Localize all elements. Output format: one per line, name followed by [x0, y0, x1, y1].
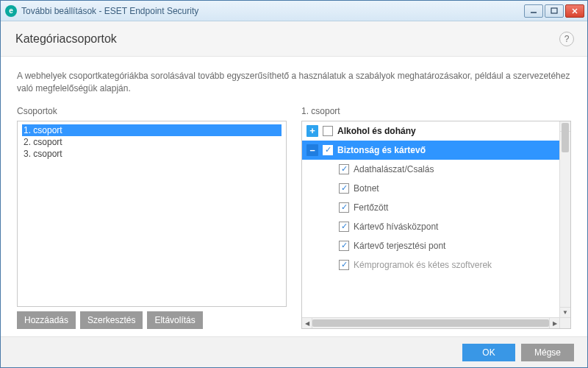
- category-label: Fertőzött: [354, 202, 388, 213]
- tree-content: +Alkohol és dohány–✓Biztonság és kártevő…: [302, 121, 559, 317]
- scroll-right-icon[interactable]: ▶: [549, 318, 559, 328]
- columns: Csoportok 1. csoport2. csoport3. csoport…: [17, 106, 571, 329]
- window-controls: [524, 4, 584, 18]
- category-parent-row[interactable]: –✓Biztonság és kártevő: [302, 141, 559, 160]
- expand-icon[interactable]: +: [306, 125, 318, 137]
- vertical-scroll-thumb[interactable]: [562, 123, 569, 152]
- minimize-button[interactable]: [524, 4, 543, 18]
- group-item[interactable]: 1. csoport: [22, 124, 282, 136]
- edit-button[interactable]: Szerkesztés: [80, 311, 143, 329]
- groups-column: Csoportok 1. csoport2. csoport3. csoport…: [17, 106, 287, 329]
- maximize-button[interactable]: [545, 4, 564, 18]
- category-label: Kártevő terjesztési pont: [354, 241, 445, 251]
- tree-scroll-area: +Alkohol és dohány–✓Biztonság és kártevő…: [302, 121, 570, 328]
- window: e További beállítások - ESET Endpoint Se…: [0, 0, 588, 368]
- header: Kategóriacsoportok ?: [1, 21, 587, 57]
- categories-treebox: +Alkohol és dohány–✓Biztonság és kártevő…: [301, 121, 571, 329]
- collapse-icon[interactable]: –: [306, 144, 318, 156]
- horizontal-scroll-thumb[interactable]: [312, 319, 549, 327]
- close-icon: [571, 7, 578, 15]
- checkbox[interactable]: ✓: [339, 260, 349, 270]
- close-button[interactable]: [565, 4, 584, 18]
- help-button[interactable]: ?: [559, 32, 574, 46]
- category-label: Biztonság és kártevő: [337, 145, 426, 155]
- category-child-row[interactable]: ✓Kémprogramok és kétes szoftverek: [302, 255, 559, 275]
- group-item[interactable]: 3. csoport: [22, 148, 282, 160]
- category-child-row[interactable]: ✓Adathalászat/Csalás: [302, 160, 559, 179]
- groups-button-row: Hozzáadás Szerkesztés Eltávolítás: [17, 311, 287, 329]
- category-child-row[interactable]: ✓Kártevő hívásközpont: [302, 217, 559, 236]
- footer: OK Mégse: [1, 336, 587, 367]
- category-label: Botnet: [354, 183, 379, 194]
- titlebar: e További beállítások - ESET Endpoint Se…: [1, 1, 587, 21]
- checkbox[interactable]: ✓: [339, 241, 349, 251]
- checkbox[interactable]: ✓: [339, 202, 349, 213]
- category-child-row[interactable]: ✓Fertőzött: [302, 198, 559, 217]
- groups-label: Csoportok: [17, 106, 287, 116]
- categories-column: 1. csoport +Alkohol és dohány–✓Biztonság…: [301, 106, 571, 329]
- window-title: További beállítások - ESET Endpoint Secu…: [21, 6, 524, 16]
- scrollbar-corner: [559, 317, 570, 328]
- checkbox[interactable]: ✓: [339, 222, 349, 232]
- category-label: Adathalászat/Csalás: [354, 164, 434, 174]
- category-child-row[interactable]: ✓Botnet: [302, 179, 559, 198]
- app-logo-icon: e: [5, 5, 17, 17]
- categories-label: 1. csoport: [301, 106, 571, 116]
- page-title: Kategóriacsoportok: [15, 32, 117, 46]
- maximize-icon: [551, 7, 558, 15]
- vertical-scrollbar[interactable]: ▲ ▼: [559, 121, 570, 317]
- svg-rect-1: [551, 8, 557, 13]
- cancel-button[interactable]: Mégse: [521, 344, 574, 361]
- description-text: A webhelyek csoportkategóriákba sorolásá…: [17, 70, 571, 96]
- group-item[interactable]: 2. csoport: [22, 136, 282, 148]
- content: A webhelyek csoportkategóriákba sorolásá…: [1, 57, 587, 336]
- checkbox[interactable]: ✓: [339, 183, 349, 194]
- add-button[interactable]: Hozzáadás: [17, 311, 76, 329]
- category-label: Kémprogramok és kétes szoftverek: [354, 260, 492, 270]
- category-parent-row[interactable]: +Alkohol és dohány: [302, 121, 559, 141]
- groups-listbox[interactable]: 1. csoport2. csoport3. csoport: [17, 121, 287, 307]
- scroll-left-icon[interactable]: ◀: [302, 318, 312, 328]
- checkbox[interactable]: ✓: [323, 145, 333, 155]
- category-label: Kártevő hívásközpont: [354, 222, 438, 232]
- horizontal-scrollbar[interactable]: ◀ ▶: [302, 317, 559, 328]
- checkbox[interactable]: ✓: [339, 164, 349, 174]
- minimize-icon: [530, 8, 537, 14]
- category-child-row[interactable]: ✓Kártevő terjesztési pont: [302, 236, 559, 255]
- category-label: Alkohol és dohány: [337, 126, 416, 136]
- remove-button[interactable]: Eltávolítás: [147, 311, 202, 329]
- scroll-down-icon[interactable]: ▼: [560, 307, 570, 317]
- checkbox[interactable]: [323, 126, 333, 136]
- ok-button[interactable]: OK: [462, 344, 515, 361]
